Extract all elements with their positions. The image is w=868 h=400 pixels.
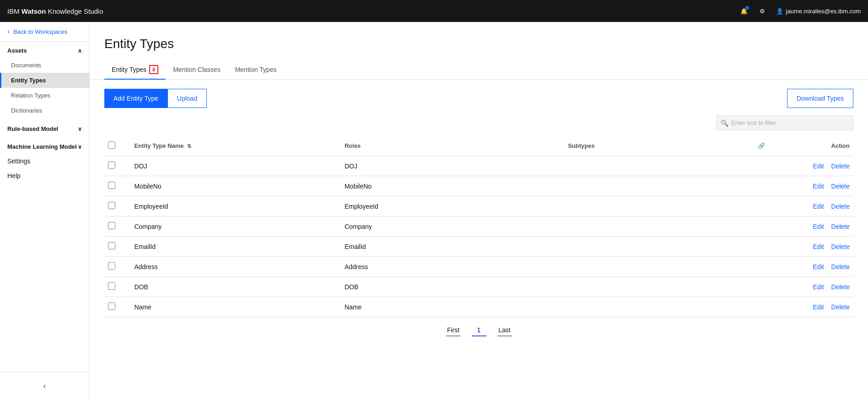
delete-button[interactable]: Delete <box>831 303 850 311</box>
row-subtypes <box>564 176 748 196</box>
row-checkbox-cell <box>104 297 130 317</box>
delete-button[interactable]: Delete <box>831 243 850 250</box>
row-checkbox[interactable] <box>108 182 115 189</box>
tab-mention-classes[interactable]: Mention Classes <box>166 60 228 80</box>
add-entity-type-button[interactable]: Add Entity Type <box>104 89 167 108</box>
sidebar-collapse-btn[interactable]: ‹ <box>36 378 54 395</box>
row-checkbox[interactable] <box>108 282 115 290</box>
relation-types-label: Relation Types <box>11 92 50 99</box>
col-header-roles: Roles <box>341 136 564 156</box>
back-to-workspaces[interactable]: ‹ Back to Workspaces <box>0 22 89 42</box>
help-label: Help <box>7 172 21 179</box>
brand-suffix: Knowledge Studio <box>46 7 103 15</box>
row-checkbox[interactable] <box>108 162 115 169</box>
brand-text: IBM <box>7 7 22 15</box>
tab-entity-types[interactable]: Entity Types 8 <box>104 60 166 80</box>
row-link-cell <box>748 156 774 176</box>
row-checkbox[interactable] <box>108 262 115 270</box>
row-name: MobileNo <box>130 176 341 196</box>
col-subtypes-label: Subtypes <box>568 142 595 149</box>
assets-label: Assets <box>7 47 27 54</box>
pagination-page-1[interactable]: 1 <box>472 326 486 336</box>
row-checkbox-cell <box>104 257 130 277</box>
row-checkbox[interactable] <box>108 202 115 209</box>
col-header-subtypes: Subtypes <box>564 136 748 156</box>
brand-bold: Watson <box>22 7 46 15</box>
edit-button[interactable]: Edit <box>813 183 824 190</box>
table-wrap: Entity Type Name ⇅ Roles Subtypes 🔗 <box>90 136 868 317</box>
link-icon: 🔗 <box>758 142 765 149</box>
pagination-first[interactable]: First <box>446 326 461 336</box>
sort-icon-name[interactable]: ⇅ <box>187 143 191 149</box>
last-divider <box>497 335 512 336</box>
delete-button[interactable]: Delete <box>831 162 850 170</box>
delete-button[interactable]: Delete <box>831 183 850 190</box>
sidebar-item-relation-types[interactable]: Relation Types <box>0 88 89 103</box>
assets-header[interactable]: Assets ∧ <box>0 42 89 58</box>
rule-based-header[interactable]: Rule-based Model ∨ <box>0 120 89 136</box>
table-body: DOJ DOJ Edit Delete MobileNo MobileNo Ed… <box>104 156 853 317</box>
pagination-last[interactable]: Last <box>497 326 512 336</box>
row-roles: MobileNo <box>341 176 564 196</box>
notification-icon[interactable]: 🔔 <box>739 6 749 16</box>
table-row: EmailId EmailId Edit Delete <box>104 237 853 257</box>
delete-button[interactable]: Delete <box>831 283 850 291</box>
sidebar-item-documents[interactable]: Documents <box>0 58 89 73</box>
row-checkbox-cell <box>104 216 130 237</box>
row-roles: DOJ <box>341 156 564 176</box>
edit-button[interactable]: Edit <box>813 263 824 270</box>
assets-chevron: ∧ <box>78 48 82 54</box>
sidebar-item-entity-types[interactable]: Entity Types <box>0 73 89 88</box>
help-item[interactable]: Help <box>0 168 89 183</box>
top-nav-left: IBM Watson Knowledge Studio <box>7 7 103 15</box>
pagination: First 1 Last <box>90 317 868 346</box>
upload-button[interactable]: Upload <box>167 89 207 108</box>
search-wrap: 🔍 <box>716 115 853 130</box>
edit-button[interactable]: Edit <box>813 243 824 250</box>
table-scroll: Entity Type Name ⇅ Roles Subtypes 🔗 <box>104 136 853 317</box>
settings-icon[interactable]: ⚙ <box>758 6 767 16</box>
table-row: DOB DOB Edit Delete <box>104 277 853 297</box>
row-action-cell: Edit Delete <box>775 237 853 257</box>
row-checkbox[interactable] <box>108 242 115 249</box>
sidebar-collapse-area: ‹ <box>0 372 89 400</box>
rule-based-chevron: ∨ <box>78 126 82 132</box>
edit-button[interactable]: Edit <box>813 223 824 230</box>
row-name: Address <box>130 257 341 277</box>
tab-mention-classes-label: Mention Classes <box>173 66 221 73</box>
delete-button[interactable]: Delete <box>831 223 850 230</box>
search-input[interactable] <box>716 115 853 130</box>
settings-label: Settings <box>7 157 31 165</box>
edit-button[interactable]: Edit <box>813 203 824 210</box>
download-types-button[interactable]: Download Types <box>787 89 853 108</box>
settings-item[interactable]: Settings <box>0 154 89 168</box>
last-label: Last <box>498 326 510 334</box>
assets-section: Assets ∧ Documents Entity Types Relation… <box>0 42 89 118</box>
delete-button[interactable]: Delete <box>831 263 850 270</box>
first-label: First <box>447 326 459 334</box>
edit-button[interactable]: Edit <box>813 162 824 170</box>
row-name: EmployeeId <box>130 196 341 216</box>
col-header-checkbox <box>104 136 130 156</box>
row-name: DOJ <box>130 156 341 176</box>
first-divider <box>446 335 461 336</box>
row-roles: EmailId <box>341 237 564 257</box>
select-all-checkbox[interactable] <box>108 141 115 149</box>
row-checkbox[interactable] <box>108 303 115 310</box>
edit-button[interactable]: Edit <box>813 303 824 311</box>
row-action-cell: Edit Delete <box>775 277 853 297</box>
tab-mention-types[interactable]: Mention Types <box>228 60 284 80</box>
row-roles: Name <box>341 297 564 317</box>
sidebar-item-dictionaries[interactable]: Dictionaries <box>0 103 89 118</box>
delete-button[interactable]: Delete <box>831 203 850 210</box>
row-checkbox[interactable] <box>108 222 115 229</box>
row-checkbox-cell <box>104 277 130 297</box>
user-info: 👤 jaume.miralles@es.ibm.com <box>776 8 861 15</box>
row-link-cell <box>748 257 774 277</box>
edit-button[interactable]: Edit <box>813 283 824 291</box>
row-name: EmailId <box>130 237 341 257</box>
user-icon: 👤 <box>776 8 783 15</box>
ml-header[interactable]: Machine Learning Model ∨ <box>0 138 89 154</box>
row-roles: DOB <box>341 277 564 297</box>
row-subtypes <box>564 257 748 277</box>
